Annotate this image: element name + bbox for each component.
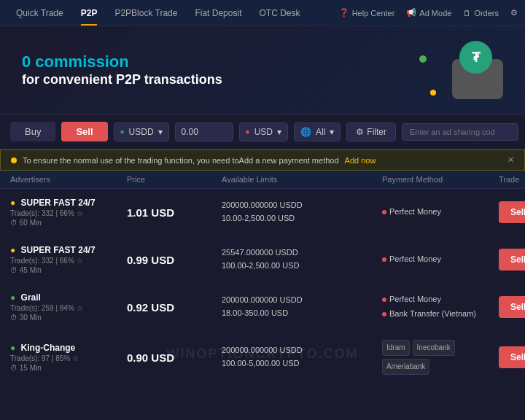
advertiser-name: ● SUPER FAST 24/7 <box>10 245 127 255</box>
table-body: ● SUPER FAST 24/7 Trade(s): 332 | 66% ☆ … <box>0 189 525 408</box>
price: 1.01 USD <box>127 206 222 219</box>
table-header: Advertisers Price Available Limits Payme… <box>0 171 525 189</box>
available: 200000.000000 USDD 18.00-350.00 USD <box>222 294 382 319</box>
banner: 0 commission for convenient P2P transact… <box>0 26 525 114</box>
orders-link[interactable]: 🗒 Orders <box>463 9 499 18</box>
advertiser-info: ● King-Change Trade(s): 97 | 85% ☆ ⏱ 15 … <box>10 343 127 372</box>
advertiser-stats: Trade(s): 259 | 84% ☆ <box>10 304 127 312</box>
advertiser-stats: Trade(s): 332 | 66% ☆ <box>10 257 127 265</box>
trade-col: Sell <box>499 346 525 368</box>
col-payment: Payment Method <box>382 175 499 184</box>
table-row: ● SUPER FAST 24/7 Trade(s): 332 | 66% ☆ … <box>0 236 525 284</box>
region-select[interactable]: 🌐 All ▾ <box>294 122 341 141</box>
amount-input[interactable] <box>175 122 233 141</box>
ad-mode-link[interactable]: 📢 Ad Mode <box>406 8 451 18</box>
payment-dot <box>382 312 386 316</box>
notice-text: To ensure the normal use of the trading … <box>23 156 339 165</box>
advertiser-time: ⏱ 60 Min <box>10 219 127 227</box>
filter-icon: ⚙ <box>356 127 364 137</box>
banner-headline: 0 commission <box>22 52 222 71</box>
available: 200000.000000 USDD 100.00-5,000.00 USD <box>222 344 382 370</box>
trade-col: Sell <box>499 201 525 223</box>
payment-method: Perfect Money <box>382 205 499 219</box>
notice-bar: To ensure the normal use of the trading … <box>0 149 525 171</box>
notice-close-button[interactable]: ✕ <box>508 155 514 165</box>
table-row: ● SUPER FAST 24/7 Trade(s): 332 | 66% ☆ … <box>0 189 525 236</box>
col-price: Price <box>127 175 222 184</box>
col-available: Available Limits <box>222 175 382 184</box>
price: 0.90 USD <box>127 351 222 364</box>
sell-button[interactable]: Sell <box>61 122 107 141</box>
nav-otc[interactable]: OTC Desk <box>250 0 308 26</box>
col-advertisers: Advertisers <box>10 175 127 184</box>
filter-bar: Buy Sell ● USDD ▾ ● USD ▾ 🌐 All ▾ ⚙ Filt… <box>0 114 525 149</box>
buy-button[interactable]: Buy <box>10 122 55 141</box>
filter-button[interactable]: ⚙ Filter <box>346 122 396 141</box>
trade-col: Sell <box>499 249 525 271</box>
advertiser-time: ⏱ 15 Min <box>10 364 127 372</box>
payment-dot <box>382 298 386 302</box>
advertiser-stats: Trade(s): 332 | 66% ☆ <box>10 209 127 217</box>
col-trade: Trade <box>499 175 525 184</box>
add-payment-link[interactable]: Add now <box>345 156 376 165</box>
trade-col: Sell <box>499 296 525 318</box>
settings-icon[interactable]: ⚙ <box>510 8 518 18</box>
price: 0.92 USD <box>127 301 222 314</box>
coin-dropdown-icon: ▾ <box>158 127 163 137</box>
banner-text: 0 commission for convenient P2P transact… <box>22 52 222 87</box>
available: 25547.000000 USDD 100.00-2,500.00 USD <box>222 246 382 272</box>
payment-dot <box>382 257 386 262</box>
dot-green <box>419 55 427 63</box>
dot-yellow <box>430 90 436 96</box>
payment-dot <box>382 210 386 214</box>
notice-dot <box>11 158 17 163</box>
banner-graphic: ₮ <box>416 41 503 99</box>
table-row: ● Grail Trade(s): 259 | 84% ☆ ⏱ 30 Min 0… <box>0 284 525 331</box>
nav-right: ❓ Help Center 📢 Ad Mode 🗒 Orders ⚙ <box>339 8 518 18</box>
tether-icon: ₮ <box>459 41 492 74</box>
payment-tag: Idram <box>382 340 410 356</box>
sell-button-row0[interactable]: Sell <box>499 201 525 223</box>
help-center-link[interactable]: ❓ Help Center <box>339 8 395 18</box>
advertiser-time: ⏱ 45 Min <box>10 266 127 274</box>
region-dropdown-icon: ▾ <box>330 127 334 137</box>
advertiser-name: ● SUPER FAST 24/7 <box>10 198 127 208</box>
payment-method: Idram Inecobank Ameriabank <box>382 340 499 375</box>
banner-subline: for convenient P2P transactions <box>22 72 222 88</box>
payment-method: Perfect Money <box>382 252 499 267</box>
price: 0.99 USD <box>127 254 222 266</box>
payment-tag: Ameriabank <box>382 359 429 375</box>
sell-button-row3[interactable]: Sell <box>499 346 525 368</box>
advertiser-info: ● SUPER FAST 24/7 Trade(s): 332 | 66% ☆ … <box>10 245 127 274</box>
ad-code-input[interactable] <box>402 123 518 141</box>
currency-dropdown-icon: ▾ <box>277 127 281 137</box>
top-nav: Quick Trade P2P P2PBlock Trade Fiat Depo… <box>0 0 525 26</box>
advertiser-stats: Trade(s): 97 | 85% ☆ <box>10 354 127 362</box>
nav-p2p[interactable]: P2P <box>72 0 106 26</box>
table-row: ● King-Change Trade(s): 97 | 85% ☆ ⏱ 15 … <box>0 331 525 384</box>
nav-p2pblock[interactable]: P2PBlock Trade <box>106 0 186 26</box>
nav-fiat-deposit[interactable]: Fiat Deposit <box>186 0 250 26</box>
advertiser-info: ● SUPER FAST 24/7 Trade(s): 332 | 66% ☆ … <box>10 198 127 227</box>
advertiser-info: ● Grail Trade(s): 259 | 84% ☆ ⏱ 30 Min <box>10 292 127 322</box>
payment-method: Perfect Money Bank Transfer (Vietnam) <box>382 292 499 322</box>
advertiser-time: ⏱ 30 Min <box>10 314 127 322</box>
coin-select[interactable]: ● USDD ▾ <box>114 122 169 141</box>
advertiser-name: ● King-Change <box>10 343 127 353</box>
currency-select[interactable]: ● USD ▾ <box>239 122 288 141</box>
nav-quick-trade[interactable]: Quick Trade <box>7 0 72 26</box>
sell-button-row2[interactable]: Sell <box>499 296 525 318</box>
advertiser-name: ● Grail <box>10 292 127 303</box>
sell-button-row1[interactable]: Sell <box>499 249 525 271</box>
payment-tag: Inecobank <box>413 340 455 356</box>
available: 200000.000000 USDD 10.00-2,500.00 USD <box>222 199 382 225</box>
